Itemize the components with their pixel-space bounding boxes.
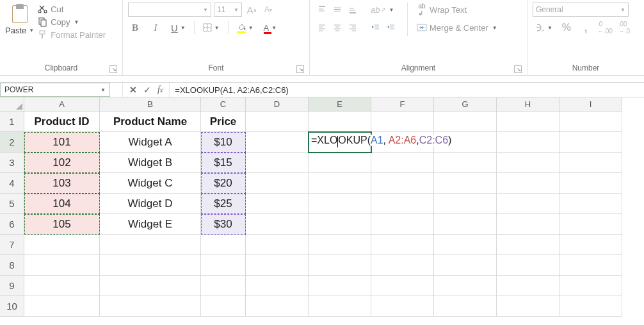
spreadsheet-grid[interactable]: A B C D E F G H I 1 Product ID Product N… xyxy=(0,97,644,317)
dialog-launcher-icon[interactable]: ↘ xyxy=(109,65,117,73)
cell-F5[interactable] xyxy=(371,194,434,214)
cell-I1[interactable] xyxy=(559,112,622,132)
cell-C8[interactable] xyxy=(201,255,246,276)
dialog-launcher-icon[interactable]: ↘ xyxy=(296,65,304,73)
cell-B1[interactable]: Product Name xyxy=(100,112,201,132)
cell-H2[interactable] xyxy=(497,132,559,153)
cell-E6[interactable] xyxy=(309,214,371,235)
increase-decimal-button[interactable]: .0←.00 xyxy=(598,21,612,35)
cell-F9[interactable] xyxy=(371,276,434,296)
cell-C10[interactable] xyxy=(201,296,246,317)
cut-button[interactable]: Cut xyxy=(38,4,106,14)
borders-button[interactable]: ▼ xyxy=(201,21,221,35)
cell-D9[interactable] xyxy=(246,276,309,296)
cell-I2[interactable] xyxy=(559,132,622,153)
cell-I5[interactable] xyxy=(559,194,622,214)
row-header-10[interactable]: 10 xyxy=(0,296,24,317)
cell-I7[interactable] xyxy=(559,235,622,255)
cell-D10[interactable] xyxy=(246,296,309,317)
cell-I10[interactable] xyxy=(559,296,622,317)
cell-I3[interactable] xyxy=(559,153,622,173)
cell-G6[interactable] xyxy=(434,214,497,235)
cell-E3[interactable] xyxy=(309,153,371,173)
increase-indent-button[interactable] xyxy=(384,21,398,35)
orientation-button[interactable]: ab↗ ▼ xyxy=(369,3,396,17)
cell-H4[interactable] xyxy=(497,173,559,194)
cell-G1[interactable] xyxy=(434,112,497,132)
cell-F6[interactable] xyxy=(371,214,434,235)
cell-I6[interactable] xyxy=(559,214,622,235)
cell-C7[interactable] xyxy=(201,235,246,255)
cell-F10[interactable] xyxy=(371,296,434,317)
chevron-down-icon[interactable]: ▼ xyxy=(101,87,106,93)
fx-icon[interactable]: fx xyxy=(157,85,163,95)
cell-G7[interactable] xyxy=(434,235,497,255)
decrease-font-button[interactable]: A▾ xyxy=(261,3,275,17)
cell-D5[interactable] xyxy=(246,194,309,214)
cell-G8[interactable] xyxy=(434,255,497,276)
align-bottom-button[interactable] xyxy=(346,3,360,17)
accounting-format-button[interactable]: ▼ xyxy=(533,21,554,35)
row-header-3[interactable]: 3 xyxy=(0,153,24,173)
cell-E1[interactable] xyxy=(309,112,371,132)
col-header-D[interactable]: D xyxy=(246,97,309,112)
cell-H3[interactable] xyxy=(497,153,559,173)
cell-F8[interactable] xyxy=(371,255,434,276)
paste-button[interactable]: Paste ▼ xyxy=(5,3,34,35)
select-all-corner[interactable] xyxy=(0,97,24,112)
col-header-H[interactable]: H xyxy=(497,97,559,112)
col-header-B[interactable]: B xyxy=(100,97,201,112)
cell-A10[interactable] xyxy=(24,296,100,317)
cell-B4[interactable]: Widget C xyxy=(100,173,201,194)
cell-A3[interactable]: 102 xyxy=(24,153,100,173)
cell-D2[interactable] xyxy=(246,132,309,153)
cell-H9[interactable] xyxy=(497,276,559,296)
cell-B2[interactable]: Widget A xyxy=(100,132,201,153)
cell-E10[interactable] xyxy=(309,296,371,317)
cell-D8[interactable] xyxy=(246,255,309,276)
cell-G4[interactable] xyxy=(434,173,497,194)
wrap-text-button[interactable]: ab↲ Wrap Text xyxy=(417,3,497,17)
cell-C6[interactable]: $30 xyxy=(201,214,246,235)
cell-C5[interactable]: $25 xyxy=(201,194,246,214)
cell-B6[interactable]: Widget E xyxy=(100,214,201,235)
cell-I8[interactable] xyxy=(559,255,622,276)
col-header-G[interactable]: G xyxy=(434,97,497,112)
cell-A7[interactable] xyxy=(24,235,100,255)
cell-A9[interactable] xyxy=(24,276,100,296)
cell-B9[interactable] xyxy=(100,276,201,296)
cell-B8[interactable] xyxy=(100,255,201,276)
cell-F1[interactable] xyxy=(371,112,434,132)
cancel-formula-button[interactable]: ✕ xyxy=(129,85,137,95)
cell-H10[interactable] xyxy=(497,296,559,317)
cell-H5[interactable] xyxy=(497,194,559,214)
col-header-C[interactable]: C xyxy=(201,97,246,112)
dialog-launcher-icon[interactable]: ↘ xyxy=(514,65,522,73)
cell-A5[interactable]: 104 xyxy=(24,194,100,214)
merge-center-button[interactable]: Merge & Center ▼ xyxy=(417,21,497,35)
decrease-decimal-button[interactable]: .00→.0 xyxy=(617,21,631,35)
cell-G10[interactable] xyxy=(434,296,497,317)
percent-button[interactable]: % xyxy=(559,21,574,35)
font-name-combo[interactable]: ▼ xyxy=(128,3,211,17)
fill-color-button[interactable]: ▼ xyxy=(235,21,255,35)
cell-D7[interactable] xyxy=(246,235,309,255)
cell-B5[interactable]: Widget D xyxy=(100,194,201,214)
cell-C1[interactable]: Price xyxy=(201,112,246,132)
cell-G5[interactable] xyxy=(434,194,497,214)
cell-F7[interactable] xyxy=(371,235,434,255)
row-header-5[interactable]: 5 xyxy=(0,194,24,214)
row-header-8[interactable]: 8 xyxy=(0,255,24,276)
cell-A4[interactable]: 103 xyxy=(24,173,100,194)
cell-A6[interactable]: 105 xyxy=(24,214,100,235)
cell-E8[interactable] xyxy=(309,255,371,276)
col-header-F[interactable]: F xyxy=(371,97,434,112)
cell-C2[interactable]: $10 xyxy=(201,132,246,153)
row-header-2[interactable]: 2 xyxy=(0,132,24,153)
cell-B10[interactable] xyxy=(100,296,201,317)
formula-input[interactable]: =XLOOKUP(A1, A2:A6,C2:C6) xyxy=(169,83,644,97)
italic-button[interactable]: I xyxy=(149,21,163,35)
align-top-button[interactable] xyxy=(315,3,329,17)
cell-G9[interactable] xyxy=(434,276,497,296)
underline-button[interactable]: U▼ xyxy=(169,21,188,35)
